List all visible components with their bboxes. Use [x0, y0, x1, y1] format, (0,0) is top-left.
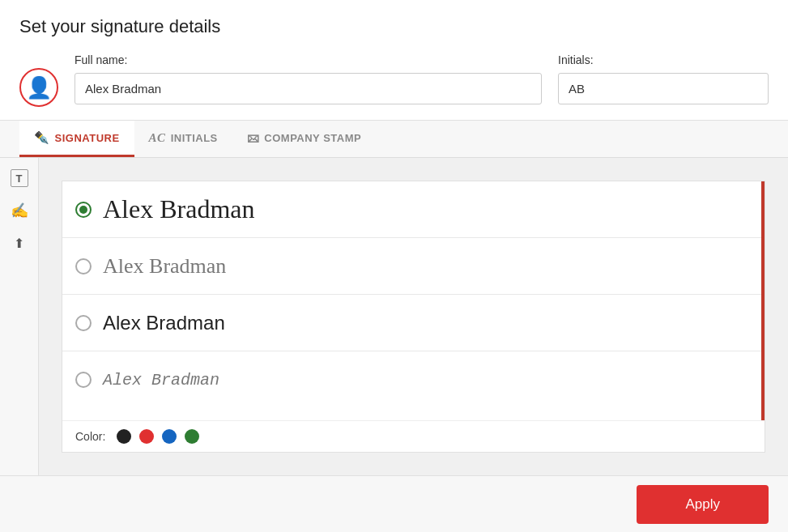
color-green[interactable]	[185, 429, 199, 444]
sign-tool-button[interactable]: ✍	[6, 197, 33, 224]
signature-list: Alex Bradman Alex Bradman Alex Bradman	[62, 181, 765, 420]
signature-option-3[interactable]: Alex Bradman	[62, 295, 761, 351]
signature-text-3: Alex Bradman	[103, 312, 225, 334]
apply-button[interactable]: Apply	[637, 485, 769, 524]
signature-selection-area: Alex Bradman Alex Bradman Alex Bradman	[39, 158, 788, 475]
signature-tab-icon: ✒️	[34, 130, 50, 145]
upload-tool-button[interactable]: ⬆	[6, 229, 33, 257]
content-area: T ✍ ⬆ Alex Bradman	[0, 158, 788, 475]
tab-initials-label: INITIALS	[171, 132, 218, 144]
text-tool-button[interactable]: T	[6, 164, 33, 192]
fullname-input[interactable]	[75, 73, 542, 104]
signature-options-panel: Alex Bradman Alex Bradman Alex Bradman	[62, 181, 765, 453]
fields-row: 👤 Full name: Initials:	[19, 53, 769, 107]
radio-1[interactable]	[75, 202, 92, 218]
color-label: Color:	[75, 430, 105, 443]
initials-label: Initials:	[558, 53, 769, 66]
user-avatar-icon: 👤	[26, 75, 52, 100]
signature-text-2: Alex Bradman	[103, 254, 226, 279]
signature-text-4: Alex Bradman	[103, 371, 219, 389]
radio-4[interactable]	[75, 372, 92, 388]
tab-company-stamp-label: COMPANY STAMP	[264, 132, 361, 144]
color-red[interactable]	[139, 429, 154, 444]
color-blue[interactable]	[162, 429, 177, 444]
tab-signature-label: SIGNATURE	[55, 132, 120, 144]
tabs-bar: ✒️ SIGNATURE AC INITIALS 🖂 COMPANY STAMP	[0, 121, 788, 158]
stamp-tab-icon: 🖂	[247, 131, 260, 145]
side-toolbar: T ✍ ⬆	[0, 158, 39, 475]
signature-text-1: Alex Bradman	[103, 194, 255, 224]
fullname-label: Full name:	[75, 53, 542, 66]
color-black[interactable]	[117, 429, 131, 444]
initials-tab-icon: AC	[149, 131, 166, 145]
tab-signature[interactable]: ✒️ SIGNATURE	[19, 121, 134, 157]
fullname-group: Full name:	[75, 53, 542, 104]
signature-option-1[interactable]: Alex Bradman	[62, 181, 761, 238]
tab-initials[interactable]: AC INITIALS	[134, 121, 232, 157]
color-row: Color:	[62, 420, 765, 452]
signature-option-4[interactable]: Alex Bradman	[62, 351, 761, 408]
page-title: Set your signature details	[19, 16, 769, 37]
tab-company-stamp[interactable]: 🖂 COMPANY STAMP	[232, 121, 376, 157]
footer-bar: Apply	[0, 475, 788, 532]
initials-input[interactable]	[558, 73, 769, 104]
upload-tool-icon: ⬆	[14, 236, 24, 251]
avatar: 👤	[19, 68, 58, 107]
signature-option-2[interactable]: Alex Bradman	[62, 238, 761, 295]
header-section: Set your signature details 👤 Full name: …	[0, 0, 788, 121]
initials-group: Initials:	[558, 53, 769, 104]
text-tool-icon: T	[11, 169, 28, 187]
radio-3[interactable]	[75, 315, 92, 331]
radio-2[interactable]	[75, 258, 92, 275]
sign-tool-icon: ✍	[11, 202, 28, 219]
